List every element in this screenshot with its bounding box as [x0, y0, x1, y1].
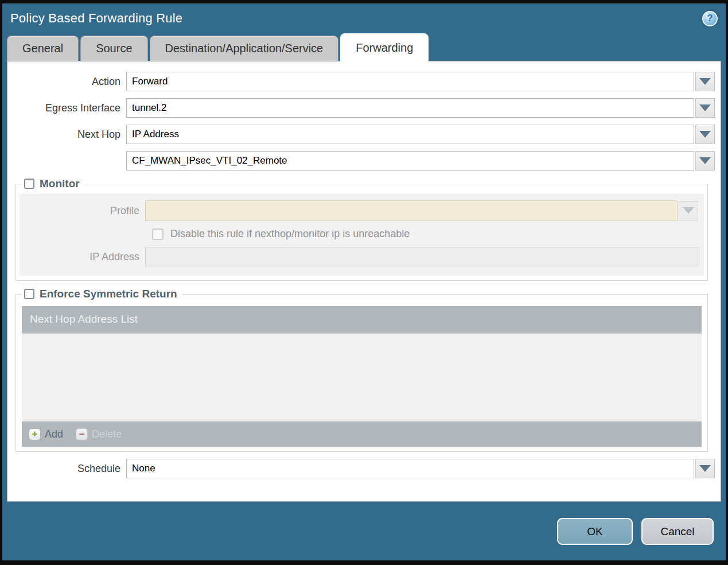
dialog-footer: OK Cancel [2, 518, 726, 545]
next-hop-address-row: CF_MWAN_IPsec_VTI_02_Remote [7, 151, 715, 171]
schedule-label: Schedule [7, 463, 126, 475]
next-hop-type-input[interactable]: IP Address [126, 125, 694, 144]
schedule-row: Schedule None [7, 459, 715, 478]
chevron-down-icon [699, 157, 711, 164]
profile-label: Profile [20, 205, 145, 217]
next-hop-address-table-body[interactable] [22, 334, 702, 421]
chevron-down-icon [699, 465, 711, 472]
symmetric-return-title: Enforce Symmetric Return [40, 288, 177, 300]
symmetric-return-checkbox[interactable] [24, 289, 34, 299]
monitor-ip-address-label: IP Address [20, 251, 145, 263]
egress-interface-input[interactable]: tunnel.2 [126, 98, 694, 118]
tab-forwarding[interactable]: Forwarding [340, 33, 429, 62]
egress-interface-label: Egress Interface [7, 102, 126, 114]
next-hop-address-input[interactable]: CF_MWAN_IPsec_VTI_02_Remote [126, 151, 694, 171]
chevron-down-icon [683, 207, 694, 214]
dialog-titlebar: Policy Based Forwarding Rule ? [2, 3, 726, 33]
next-hop-address-table: Next Hop Address List + Add – Delete [22, 306, 702, 447]
tab-destination-label: Destination/Application/Service [165, 42, 324, 55]
ok-button[interactable]: OK [557, 518, 633, 545]
dialog-title: Policy Based Forwarding Rule [10, 11, 182, 26]
add-button[interactable]: + Add [29, 428, 63, 440]
policy-forwarding-dialog: Policy Based Forwarding Rule ? General S… [0, 0, 728, 565]
delete-button: – Delete [76, 428, 122, 440]
tab-source-label: Source [96, 42, 132, 55]
next-hop-address-dropdown-button[interactable] [695, 151, 715, 171]
monitor-section: Monitor Profile Disable this rule if nex… [15, 177, 708, 281]
add-button-label: Add [45, 428, 63, 440]
ok-button-label: OK [587, 525, 602, 538]
disable-rule-label: Disable this rule if nexthop/monitor ip … [170, 228, 410, 240]
minus-icon: – [76, 428, 88, 440]
tab-source[interactable]: Source [80, 36, 147, 61]
delete-button-label: Delete [92, 428, 122, 440]
monitor-legend: Monitor [22, 177, 84, 190]
tab-forwarding-label: Forwarding [356, 41, 413, 55]
action-dropdown-button[interactable] [695, 72, 715, 91]
next-hop-address-list-column-header: Next Hop Address List [30, 313, 138, 326]
monitor-ip-address-input [145, 247, 698, 266]
next-hop-type-dropdown-button[interactable] [695, 125, 715, 144]
cancel-button[interactable]: Cancel [641, 518, 714, 545]
cancel-button-label: Cancel [660, 525, 694, 538]
tab-destination-application-service[interactable]: Destination/Application/Service [150, 36, 339, 61]
disable-rule-row: Disable this rule if nexthop/monitor ip … [20, 228, 704, 240]
monitor-title: Monitor [40, 177, 80, 190]
monitor-ip-address-row: IP Address [20, 247, 704, 266]
profile-input [145, 200, 678, 221]
egress-interface-row: Egress Interface tunnel.2 [7, 98, 715, 118]
schedule-input[interactable]: None [126, 459, 694, 478]
chevron-down-icon [699, 131, 711, 138]
help-icon[interactable]: ? [702, 11, 718, 26]
action-label: Action [7, 76, 126, 88]
next-hop-address-table-header: Next Hop Address List [22, 306, 702, 334]
action-input[interactable]: Forward [126, 72, 694, 91]
next-hop-row: Next Hop IP Address [7, 125, 715, 144]
tab-general[interactable]: General [7, 36, 79, 61]
tab-general-label: General [22, 42, 63, 55]
profile-row: Profile [20, 200, 704, 221]
tab-bar: General Source Destination/Application/S… [2, 33, 726, 61]
tab-content-forwarding: Action Forward Egress Interface tunnel.2… [7, 61, 721, 502]
chevron-down-icon [699, 105, 711, 111]
action-row: Action Forward [7, 72, 715, 91]
profile-dropdown-button [679, 201, 698, 220]
plus-icon: + [29, 428, 41, 440]
disable-rule-checkbox [152, 229, 163, 240]
help-glyph: ? [707, 13, 713, 24]
schedule-dropdown-button[interactable] [695, 459, 715, 478]
next-hop-label: Next Hop [7, 129, 126, 141]
monitor-checkbox[interactable] [24, 179, 34, 189]
chevron-down-icon [699, 78, 711, 85]
symmetric-return-section: Enforce Symmetric Return Next Hop Addres… [15, 288, 708, 452]
next-hop-address-table-footer: + Add – Delete [22, 421, 702, 447]
symmetric-return-legend: Enforce Symmetric Return [22, 288, 182, 300]
monitor-panel: Profile Disable this rule if nexthop/mon… [20, 194, 704, 276]
egress-interface-dropdown-button[interactable] [695, 98, 715, 118]
